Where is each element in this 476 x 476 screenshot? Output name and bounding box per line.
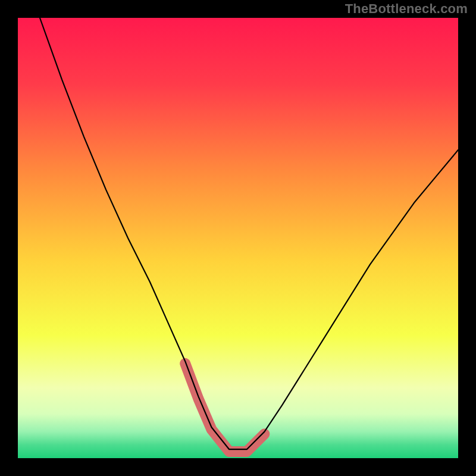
chart-frame: TheBottleneck.com: [0, 0, 476, 476]
watermark-text: TheBottleneck.com: [345, 1, 468, 17]
bottleneck-chart: [0, 0, 476, 476]
plot-background: [18, 18, 458, 458]
